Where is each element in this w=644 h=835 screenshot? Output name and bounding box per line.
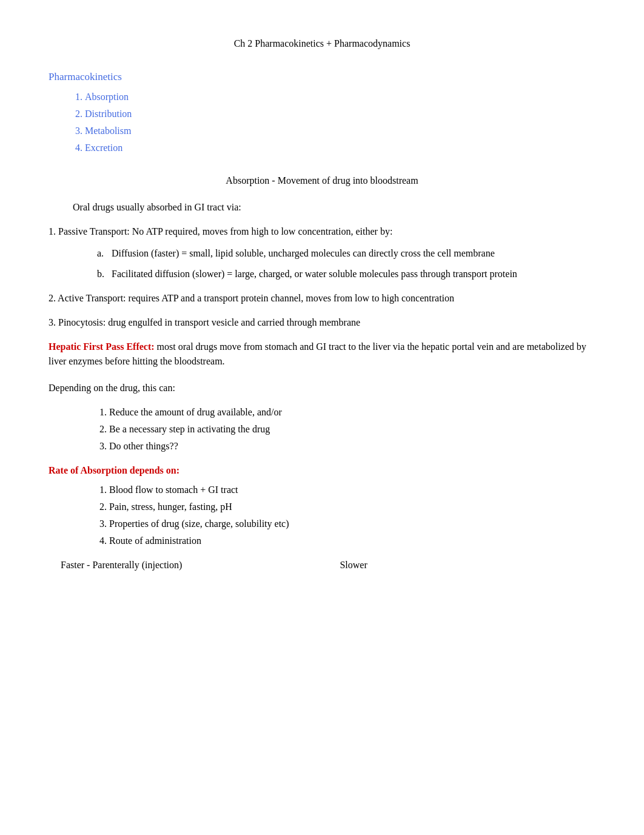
absorption-header: Absorption - Movement of drug into blood… (49, 173, 595, 188)
sub-item-facilitated: b. Facilitated diffusion (slower) = larg… (97, 267, 595, 281)
toc-item-absorption: Absorption (85, 90, 595, 104)
depending-text: Depending on the drug, this can: (49, 381, 595, 395)
oral-drugs-text: Oral drugs usually absorbed in GI tract … (49, 200, 595, 215)
faster-slower-row: Faster - Parenterally (injection) Slower (49, 558, 595, 572)
depending-list: Reduce the amount of drug available, and… (49, 405, 595, 454)
passive-transport: 1. Passive Transport: No ATP required, m… (49, 224, 595, 281)
toc-item-metabolism: Metabolism (85, 124, 595, 138)
depend-item-3: Do other things?? (109, 439, 595, 454)
sub-list: a. Diffusion (faster) = small, lipid sol… (49, 246, 595, 281)
toc-item-distribution: Distribution (85, 107, 595, 121)
hepatic-block: Hepatic First Pass Effect: most oral dru… (49, 340, 595, 369)
depending-block: Depending on the drug, this can: Reduce … (49, 381, 595, 454)
sub-item-diffusion: a. Diffusion (faster) = small, lipid sol… (97, 246, 595, 261)
depend-item-1: Reduce the amount of drug available, and… (109, 405, 595, 420)
active-transport: 2. Active Transport: requires ATP and a … (49, 291, 595, 306)
pharmacokinetics-section: Pharmacokinetics Absorption Distribution… (49, 69, 595, 155)
hepatic-heading: Hepatic First Pass Effect: (49, 341, 155, 352)
rate-item-1: Blood flow to stomach + GI tract (109, 483, 595, 497)
rate-item-3: Properties of drug (size, charge, solubi… (109, 517, 595, 531)
slower-label: Slower (340, 558, 367, 572)
toc-item-excretion: Excretion (85, 141, 595, 155)
page-title: Ch 2 Pharmacokinetics + Pharmacodynamics (49, 36, 595, 51)
rate-item-2: Pain, stress, hunger, fasting, pH (109, 500, 595, 514)
pinocytosis: 3. Pinocytosis: drug engulfed in transpo… (49, 315, 595, 330)
toc-list: Absorption Distribution Metabolism Excre… (49, 90, 595, 155)
pharmacokinetics-heading: Pharmacokinetics (49, 69, 595, 85)
faster-label: Faster - Parenterally (injection) (61, 558, 182, 572)
rate-item-4: Route of administration (109, 534, 595, 548)
depend-item-2: Be a necessary step in activating the dr… (109, 422, 595, 437)
rate-list: Blood flow to stomach + GI tract Pain, s… (49, 483, 595, 548)
rate-section: Rate of Absorption depends on: Blood flo… (49, 463, 595, 548)
rate-heading: Rate of Absorption depends on: (49, 463, 595, 478)
